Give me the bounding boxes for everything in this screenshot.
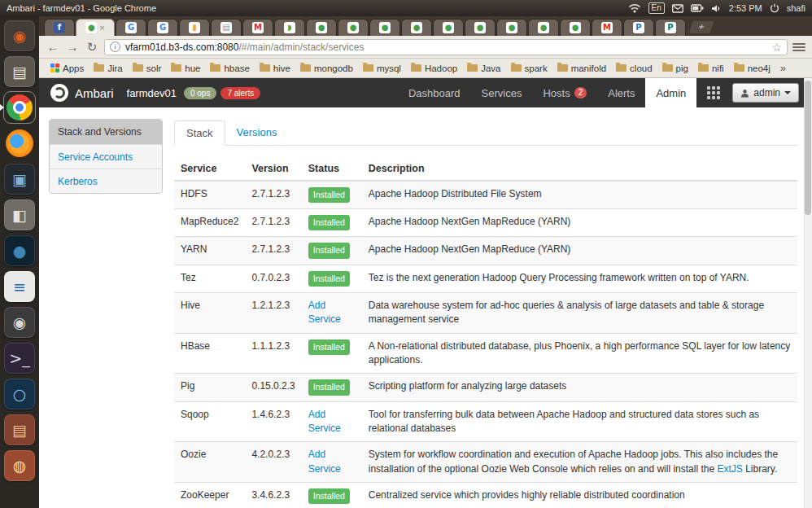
new-tab-button[interactable]: + — [689, 21, 714, 33]
extjs-link[interactable]: ExtJS — [717, 463, 742, 475]
bookmark-cloud[interactable]: cloud — [611, 62, 657, 75]
back-button[interactable]: ← — [46, 41, 60, 53]
bookmark-hive[interactable]: hive — [255, 62, 295, 75]
launcher-item-dash-home[interactable]: ◉ — [0, 18, 39, 54]
address-bar[interactable]: i vfarm01d.b3-ds.com:8080/#/main/admin/s… — [104, 39, 788, 55]
bookmark-mysql[interactable]: mysql — [358, 62, 406, 75]
views-grid-icon[interactable] — [707, 86, 720, 99]
session-power-icon[interactable] — [770, 3, 779, 13]
admin-sidebar: Stack and VersionsService AccountsKerber… — [49, 119, 163, 194]
hadoop-docs-favicon: ● — [538, 22, 549, 33]
browser-tab-docs[interactable]: ▤ — [211, 19, 242, 36]
bookmark-java[interactable]: Java — [462, 62, 505, 75]
keyboard-indicator[interactable]: En — [648, 2, 665, 14]
browser-tab-hadoop-docs[interactable]: ● — [338, 19, 369, 36]
nav-hosts[interactable]: Hosts2 — [532, 78, 597, 107]
bookmark-hbase[interactable]: hbase — [205, 62, 254, 75]
nav-alerts[interactable]: Alerts — [597, 78, 645, 107]
bookmark-pig[interactable]: pig — [657, 62, 693, 75]
browser-tab-google[interactable]: G — [147, 19, 178, 36]
bookmarks-overflow-chevron[interactable]: » — [775, 60, 791, 76]
launcher-item-terminal[interactable]: >_ — [0, 340, 39, 376]
bookmark-solr[interactable]: solr — [128, 62, 167, 75]
bookmark-hadoop[interactable]: Hadoop — [406, 62, 462, 75]
ambari-brand[interactable]: Ambari — [75, 86, 114, 100]
chrome-menu-icon[interactable] — [792, 43, 805, 51]
nav-services[interactable]: Services — [471, 78, 533, 107]
add-service-link[interactable]: Add Service — [308, 449, 341, 474]
launcher-item-libreoffice-writer[interactable]: ≡ — [0, 269, 39, 304]
add-service-link[interactable]: Add Service — [308, 300, 341, 325]
facebook-favicon: f — [54, 22, 65, 33]
launcher-item-photos[interactable]: ▤ — [0, 412, 39, 448]
bookmark-hue[interactable]: hue — [166, 62, 205, 75]
launcher-item-files[interactable]: ▤ — [0, 54, 39, 90]
browser-tab-google[interactable]: G — [116, 19, 146, 36]
browser-tab-active[interactable]: ●× — [76, 19, 115, 36]
browser-tab-app-p-green[interactable]: P — [655, 19, 686, 36]
site-info-icon[interactable]: i — [110, 42, 120, 52]
browser-tab-hadoop-docs[interactable]: ● — [369, 19, 400, 36]
sidebar-item-stack-and-versions[interactable]: Stack and Versions — [50, 120, 162, 144]
firefox-ball-icon — [6, 129, 33, 157]
bookmark-manifold[interactable]: manifold — [552, 62, 611, 75]
reload-button[interactable]: ↻ — [85, 41, 99, 53]
browser-tab-gmail[interactable]: M — [242, 19, 273, 36]
bookmark-mongodb[interactable]: mongodb — [295, 62, 358, 75]
app-dark-icon: ▣ — [4, 164, 35, 195]
service-version: 0.7.0.2.3 — [245, 265, 301, 292]
browser-tab-hadoop-docs[interactable]: ● — [465, 19, 495, 36]
nav-admin[interactable]: Admin — [645, 78, 696, 107]
app-sphere-glyph: ● — [13, 243, 27, 259]
nav-label: Dashboard — [408, 87, 461, 99]
browser-tab-hadoop-docs[interactable]: ● — [433, 19, 464, 36]
service-description: Tez is the next generation Hadoop Query … — [362, 265, 797, 292]
bookmark-neo4j[interactable]: neo4j — [729, 62, 775, 75]
forward-button[interactable]: → — [65, 41, 80, 53]
browser-tab-hadoop-docs[interactable]: ● — [306, 19, 337, 36]
clock[interactable]: 2:53 PM — [729, 3, 762, 13]
tab-versions[interactable]: Versions — [225, 120, 289, 145]
bookmark-star-icon[interactable]: ☆ — [771, 42, 782, 53]
nav-dashboard[interactable]: Dashboard — [398, 78, 471, 107]
alerts-badge[interactable]: 7 alerts — [220, 87, 260, 99]
browser-tab-gmail[interactable]: M — [592, 19, 622, 36]
browser-tab-hadoop-docs[interactable]: ● — [496, 19, 527, 36]
launcher-item-app-sphere[interactable]: ● — [0, 233, 39, 269]
launcher-item-app-tool[interactable]: ◧ — [0, 197, 39, 233]
service-description: Apache Hadoop NextGen MapReduce (YARN) — [362, 209, 797, 237]
volume-icon[interactable] — [711, 4, 722, 13]
browser-tab-app-p-blue[interactable]: P — [623, 19, 654, 36]
session-user[interactable]: shafi — [787, 3, 805, 13]
bookmark-apps[interactable]: Apps — [46, 62, 89, 75]
browser-tab-hadoop-docs[interactable]: ● — [528, 19, 559, 36]
tab-stack[interactable]: Stack — [174, 120, 225, 146]
bookmark-jira[interactable]: Jira — [89, 62, 128, 75]
admin-user-menu[interactable]: admin — [732, 83, 799, 103]
browser-tab-hadoop-docs[interactable]: ● — [401, 19, 432, 36]
mail-icon[interactable] — [672, 4, 683, 13]
browser-tab-hadoop-docs[interactable]: ● — [560, 19, 591, 36]
launcher-item-chrome[interactable] — [0, 90, 39, 125]
page-scrollbar[interactable] — [804, 78, 812, 508]
system-tray: En 2:53 PM shafi — [628, 2, 805, 14]
sidebar-item-kerberos[interactable]: Kerberos — [50, 169, 162, 193]
bookmark-spark[interactable]: spark — [506, 62, 552, 75]
battery-icon[interactable] — [691, 4, 704, 12]
nav-label: Hosts — [543, 87, 570, 99]
launcher-item-firefox[interactable] — [0, 125, 39, 161]
launcher-item-app-dark[interactable]: ▣ — [0, 161, 39, 197]
launcher-item-software-center[interactable]: ◍ — [0, 448, 39, 484]
browser-tab-facebook[interactable]: f — [44, 19, 75, 36]
browser-tab-mongodb[interactable]: ◗ — [274, 19, 305, 36]
wifi-icon[interactable] — [628, 3, 641, 13]
launcher-item-camera[interactable]: ◉ — [0, 304, 39, 340]
bookmark-nifi[interactable]: nifi — [693, 62, 729, 75]
ops-badge[interactable]: 0 ops — [184, 87, 216, 99]
add-service-link[interactable]: Add Service — [308, 409, 341, 434]
sidebar-item-service-accounts[interactable]: Service Accounts — [50, 144, 162, 169]
tab-close-icon[interactable]: × — [99, 24, 104, 33]
scrollbar-thumb[interactable] — [805, 81, 811, 215]
launcher-item-app-dots[interactable]: ○ — [0, 376, 39, 412]
browser-tab-analytics[interactable]: ▮ — [179, 19, 210, 36]
